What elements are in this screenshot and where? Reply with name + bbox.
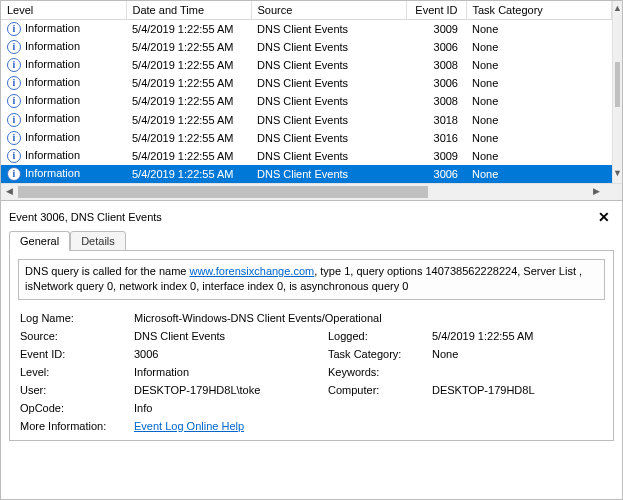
cell-eventid: 3009: [406, 147, 466, 165]
cell-source: DNS Client Events: [251, 129, 406, 147]
information-icon: i: [7, 149, 21, 163]
information-icon: i: [7, 40, 21, 54]
value-computer: DESKTOP-179HD8L: [432, 384, 605, 396]
value-source: DNS Client Events: [134, 330, 324, 342]
scroll-right-icon[interactable]: ▶: [588, 184, 605, 200]
tab-body-general: DNS query is called for the name www.for…: [9, 250, 614, 441]
cell-datetime: 5/4/2019 1:22:55 AM: [126, 38, 251, 56]
table-row[interactable]: iInformation5/4/2019 1:22:55 AMDNS Clien…: [1, 38, 612, 56]
scroll-corner: [605, 184, 622, 200]
label-logged: Logged:: [328, 330, 428, 342]
details-title: Event 3006, DNS Client Events: [9, 211, 162, 223]
cell-eventid: 3008: [406, 56, 466, 74]
label-opcode: OpCode:: [20, 402, 130, 414]
scroll-up-icon[interactable]: ▲: [613, 1, 622, 18]
table-row[interactable]: iInformation5/4/2019 1:22:55 AMDNS Clien…: [1, 20, 612, 39]
col-source[interactable]: Source: [251, 1, 406, 20]
cell-source: DNS Client Events: [251, 20, 406, 39]
hscroll-track[interactable]: [18, 184, 588, 200]
label-computer: Computer:: [328, 384, 428, 396]
scroll-down-icon[interactable]: ▼: [613, 166, 622, 183]
cell-eventid: 3018: [406, 110, 466, 128]
value-opcode: Info: [134, 402, 605, 414]
hscroll-thumb[interactable]: [18, 186, 428, 198]
label-keywords: Keywords:: [328, 366, 428, 378]
cell-source: DNS Client Events: [251, 110, 406, 128]
table-row[interactable]: iInformation5/4/2019 1:22:55 AMDNS Clien…: [1, 56, 612, 74]
event-description: DNS query is called for the name www.for…: [18, 259, 605, 300]
cell-datetime: 5/4/2019 1:22:55 AM: [126, 165, 251, 183]
cell-taskcat: None: [466, 129, 612, 147]
cell-level: iInformation: [1, 165, 126, 183]
cell-datetime: 5/4/2019 1:22:55 AM: [126, 147, 251, 165]
cell-eventid: 3006: [406, 165, 466, 183]
table-header-row[interactable]: Level Date and Time Source Event ID Task…: [1, 1, 612, 20]
cell-datetime: 5/4/2019 1:22:55 AM: [126, 110, 251, 128]
col-taskcat[interactable]: Task Category: [466, 1, 612, 20]
table-row[interactable]: iInformation5/4/2019 1:22:55 AMDNS Clien…: [1, 147, 612, 165]
cell-eventid: 3009: [406, 20, 466, 39]
table-row[interactable]: iInformation5/4/2019 1:22:55 AMDNS Clien…: [1, 74, 612, 92]
cell-source: DNS Client Events: [251, 38, 406, 56]
value-moreinfo: Event Log Online Help: [134, 420, 605, 432]
cell-source: DNS Client Events: [251, 147, 406, 165]
scroll-left-icon[interactable]: ◀: [1, 184, 18, 200]
cell-level: iInformation: [1, 129, 126, 147]
desc-link[interactable]: www.forensixchange.com: [189, 265, 314, 277]
tab-general[interactable]: General: [9, 231, 70, 251]
table-row[interactable]: iInformation5/4/2019 1:22:55 AMDNS Clien…: [1, 129, 612, 147]
col-eventid[interactable]: Event ID: [406, 1, 466, 20]
table-row[interactable]: iInformation5/4/2019 1:22:55 AMDNS Clien…: [1, 165, 612, 183]
table-row[interactable]: iInformation5/4/2019 1:22:55 AMDNS Clien…: [1, 92, 612, 110]
information-icon: i: [7, 76, 21, 90]
event-list-pane: Level Date and Time Source Event ID Task…: [1, 1, 622, 201]
label-user: User:: [20, 384, 130, 396]
information-icon: i: [7, 94, 21, 108]
cell-datetime: 5/4/2019 1:22:55 AM: [126, 20, 251, 39]
cell-level: iInformation: [1, 92, 126, 110]
cell-level: iInformation: [1, 56, 126, 74]
information-icon: i: [7, 131, 21, 145]
scroll-track[interactable]: [613, 18, 622, 166]
cell-source: DNS Client Events: [251, 92, 406, 110]
cell-taskcat: None: [466, 74, 612, 92]
cell-taskcat: None: [466, 165, 612, 183]
cell-taskcat: None: [466, 147, 612, 165]
scroll-thumb[interactable]: [615, 62, 620, 107]
col-datetime[interactable]: Date and Time: [126, 1, 251, 20]
cell-source: DNS Client Events: [251, 74, 406, 92]
cell-level: iInformation: [1, 147, 126, 165]
cell-taskcat: None: [466, 56, 612, 74]
tab-details[interactable]: Details: [70, 231, 126, 251]
vertical-scrollbar[interactable]: ▲ ▼: [612, 1, 622, 183]
cell-eventid: 3016: [406, 129, 466, 147]
cell-taskcat: None: [466, 92, 612, 110]
label-level: Level:: [20, 366, 130, 378]
label-moreinfo: More Information:: [20, 420, 130, 432]
desc-text-pre: DNS query is called for the name: [25, 265, 189, 277]
cell-datetime: 5/4/2019 1:22:55 AM: [126, 92, 251, 110]
cell-level: iInformation: [1, 38, 126, 56]
cell-level: iInformation: [1, 20, 126, 39]
value-logged: 5/4/2019 1:22:55 AM: [432, 330, 605, 342]
value-keywords: [432, 366, 605, 378]
information-icon: i: [7, 58, 21, 72]
close-button[interactable]: ✕: [594, 209, 614, 225]
details-tabs: General Details: [9, 231, 614, 251]
moreinfo-link[interactable]: Event Log Online Help: [134, 420, 244, 432]
cell-taskcat: None: [466, 20, 612, 39]
horizontal-scrollbar[interactable]: ◀ ▶: [1, 183, 622, 200]
event-table[interactable]: Level Date and Time Source Event ID Task…: [1, 1, 612, 183]
cell-source: DNS Client Events: [251, 56, 406, 74]
cell-datetime: 5/4/2019 1:22:55 AM: [126, 74, 251, 92]
cell-datetime: 5/4/2019 1:22:55 AM: [126, 129, 251, 147]
label-source: Source:: [20, 330, 130, 342]
col-level[interactable]: Level: [1, 1, 126, 20]
cell-eventid: 3006: [406, 38, 466, 56]
cell-level: iInformation: [1, 74, 126, 92]
cell-eventid: 3006: [406, 74, 466, 92]
cell-source: DNS Client Events: [251, 165, 406, 183]
information-icon: i: [7, 22, 21, 36]
value-level: Information: [134, 366, 324, 378]
table-row[interactable]: iInformation5/4/2019 1:22:55 AMDNS Clien…: [1, 110, 612, 128]
